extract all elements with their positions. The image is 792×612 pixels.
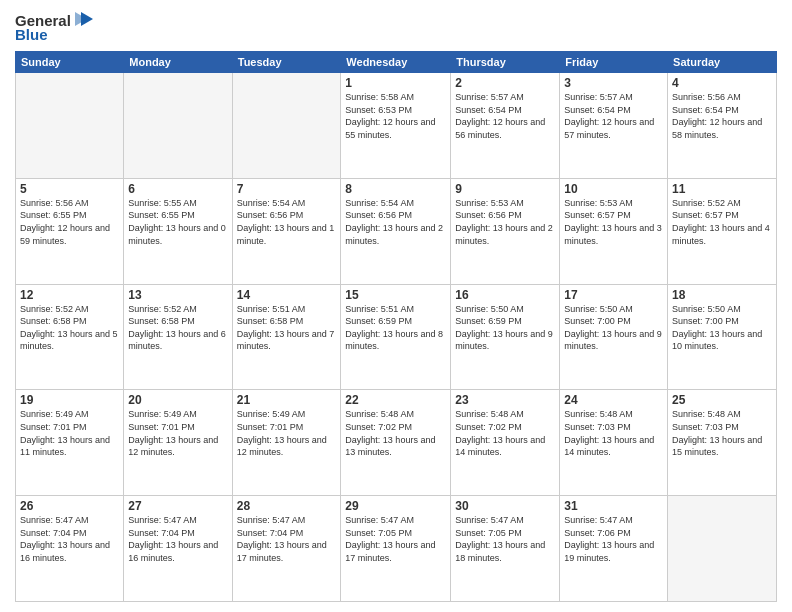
day-cell — [124, 73, 232, 179]
day-cell: 29Sunrise: 5:47 AMSunset: 7:05 PMDayligh… — [341, 496, 451, 602]
day-info: Sunrise: 5:49 AMSunset: 7:01 PMDaylight:… — [128, 408, 227, 458]
day-cell: 30Sunrise: 5:47 AMSunset: 7:05 PMDayligh… — [451, 496, 560, 602]
page: General Blue SundayMondayTuesdayWednesda… — [0, 0, 792, 612]
logo-icon — [73, 8, 95, 30]
day-cell: 12Sunrise: 5:52 AMSunset: 6:58 PMDayligh… — [16, 284, 124, 390]
day-info: Sunrise: 5:47 AMSunset: 7:06 PMDaylight:… — [564, 514, 663, 564]
day-number: 18 — [672, 288, 772, 302]
day-number: 4 — [672, 76, 772, 90]
day-info: Sunrise: 5:49 AMSunset: 7:01 PMDaylight:… — [20, 408, 119, 458]
day-number: 12 — [20, 288, 119, 302]
day-number: 7 — [237, 182, 337, 196]
day-info: Sunrise: 5:50 AMSunset: 6:59 PMDaylight:… — [455, 303, 555, 353]
day-info: Sunrise: 5:48 AMSunset: 7:02 PMDaylight:… — [455, 408, 555, 458]
day-cell: 5Sunrise: 5:56 AMSunset: 6:55 PMDaylight… — [16, 178, 124, 284]
day-cell: 31Sunrise: 5:47 AMSunset: 7:06 PMDayligh… — [560, 496, 668, 602]
column-header-sunday: Sunday — [16, 52, 124, 73]
day-info: Sunrise: 5:47 AMSunset: 7:04 PMDaylight:… — [128, 514, 227, 564]
day-cell: 19Sunrise: 5:49 AMSunset: 7:01 PMDayligh… — [16, 390, 124, 496]
day-cell — [232, 73, 341, 179]
day-number: 29 — [345, 499, 446, 513]
day-info: Sunrise: 5:57 AMSunset: 6:54 PMDaylight:… — [564, 91, 663, 141]
week-row-5: 26Sunrise: 5:47 AMSunset: 7:04 PMDayligh… — [16, 496, 777, 602]
day-number: 20 — [128, 393, 227, 407]
day-number: 27 — [128, 499, 227, 513]
day-number: 9 — [455, 182, 555, 196]
week-row-1: 1Sunrise: 5:58 AMSunset: 6:53 PMDaylight… — [16, 73, 777, 179]
day-number: 13 — [128, 288, 227, 302]
day-number: 25 — [672, 393, 772, 407]
day-cell: 20Sunrise: 5:49 AMSunset: 7:01 PMDayligh… — [124, 390, 232, 496]
day-info: Sunrise: 5:51 AMSunset: 6:58 PMDaylight:… — [237, 303, 337, 353]
day-number: 30 — [455, 499, 555, 513]
day-info: Sunrise: 5:48 AMSunset: 7:03 PMDaylight:… — [564, 408, 663, 458]
day-number: 14 — [237, 288, 337, 302]
day-info: Sunrise: 5:54 AMSunset: 6:56 PMDaylight:… — [345, 197, 446, 247]
day-cell: 4Sunrise: 5:56 AMSunset: 6:54 PMDaylight… — [668, 73, 777, 179]
day-info: Sunrise: 5:48 AMSunset: 7:02 PMDaylight:… — [345, 408, 446, 458]
day-cell: 8Sunrise: 5:54 AMSunset: 6:56 PMDaylight… — [341, 178, 451, 284]
day-info: Sunrise: 5:57 AMSunset: 6:54 PMDaylight:… — [455, 91, 555, 141]
day-number: 28 — [237, 499, 337, 513]
day-number: 17 — [564, 288, 663, 302]
column-header-friday: Friday — [560, 52, 668, 73]
day-cell: 13Sunrise: 5:52 AMSunset: 6:58 PMDayligh… — [124, 284, 232, 390]
day-number: 23 — [455, 393, 555, 407]
day-cell: 25Sunrise: 5:48 AMSunset: 7:03 PMDayligh… — [668, 390, 777, 496]
day-info: Sunrise: 5:54 AMSunset: 6:56 PMDaylight:… — [237, 197, 337, 247]
day-number: 5 — [20, 182, 119, 196]
week-row-2: 5Sunrise: 5:56 AMSunset: 6:55 PMDaylight… — [16, 178, 777, 284]
day-number: 22 — [345, 393, 446, 407]
logo-blue: Blue — [15, 26, 48, 43]
day-info: Sunrise: 5:50 AMSunset: 7:00 PMDaylight:… — [672, 303, 772, 353]
day-number: 24 — [564, 393, 663, 407]
day-info: Sunrise: 5:47 AMSunset: 7:04 PMDaylight:… — [20, 514, 119, 564]
day-cell: 28Sunrise: 5:47 AMSunset: 7:04 PMDayligh… — [232, 496, 341, 602]
calendar-table: SundayMondayTuesdayWednesdayThursdayFrid… — [15, 51, 777, 602]
day-info: Sunrise: 5:52 AMSunset: 6:57 PMDaylight:… — [672, 197, 772, 247]
day-info: Sunrise: 5:51 AMSunset: 6:59 PMDaylight:… — [345, 303, 446, 353]
header-row: SundayMondayTuesdayWednesdayThursdayFrid… — [16, 52, 777, 73]
day-number: 26 — [20, 499, 119, 513]
day-cell: 27Sunrise: 5:47 AMSunset: 7:04 PMDayligh… — [124, 496, 232, 602]
logo: General Blue — [15, 10, 95, 43]
day-info: Sunrise: 5:55 AMSunset: 6:55 PMDaylight:… — [128, 197, 227, 247]
day-cell — [16, 73, 124, 179]
day-cell — [668, 496, 777, 602]
day-number: 16 — [455, 288, 555, 302]
day-cell: 24Sunrise: 5:48 AMSunset: 7:03 PMDayligh… — [560, 390, 668, 496]
day-info: Sunrise: 5:53 AMSunset: 6:57 PMDaylight:… — [564, 197, 663, 247]
week-row-4: 19Sunrise: 5:49 AMSunset: 7:01 PMDayligh… — [16, 390, 777, 496]
day-info: Sunrise: 5:48 AMSunset: 7:03 PMDaylight:… — [672, 408, 772, 458]
day-info: Sunrise: 5:49 AMSunset: 7:01 PMDaylight:… — [237, 408, 337, 458]
day-cell: 23Sunrise: 5:48 AMSunset: 7:02 PMDayligh… — [451, 390, 560, 496]
day-info: Sunrise: 5:53 AMSunset: 6:56 PMDaylight:… — [455, 197, 555, 247]
day-number: 8 — [345, 182, 446, 196]
day-number: 11 — [672, 182, 772, 196]
day-info: Sunrise: 5:56 AMSunset: 6:54 PMDaylight:… — [672, 91, 772, 141]
day-number: 15 — [345, 288, 446, 302]
day-cell: 2Sunrise: 5:57 AMSunset: 6:54 PMDaylight… — [451, 73, 560, 179]
day-info: Sunrise: 5:52 AMSunset: 6:58 PMDaylight:… — [20, 303, 119, 353]
day-number: 10 — [564, 182, 663, 196]
day-info: Sunrise: 5:47 AMSunset: 7:04 PMDaylight:… — [237, 514, 337, 564]
day-info: Sunrise: 5:47 AMSunset: 7:05 PMDaylight:… — [345, 514, 446, 564]
column-header-monday: Monday — [124, 52, 232, 73]
column-header-wednesday: Wednesday — [341, 52, 451, 73]
day-cell: 16Sunrise: 5:50 AMSunset: 6:59 PMDayligh… — [451, 284, 560, 390]
day-cell: 18Sunrise: 5:50 AMSunset: 7:00 PMDayligh… — [668, 284, 777, 390]
day-cell: 17Sunrise: 5:50 AMSunset: 7:00 PMDayligh… — [560, 284, 668, 390]
day-cell: 3Sunrise: 5:57 AMSunset: 6:54 PMDaylight… — [560, 73, 668, 179]
day-info: Sunrise: 5:47 AMSunset: 7:05 PMDaylight:… — [455, 514, 555, 564]
day-cell: 15Sunrise: 5:51 AMSunset: 6:59 PMDayligh… — [341, 284, 451, 390]
day-number: 19 — [20, 393, 119, 407]
day-number: 6 — [128, 182, 227, 196]
day-cell: 9Sunrise: 5:53 AMSunset: 6:56 PMDaylight… — [451, 178, 560, 284]
day-number: 31 — [564, 499, 663, 513]
column-header-saturday: Saturday — [668, 52, 777, 73]
day-info: Sunrise: 5:52 AMSunset: 6:58 PMDaylight:… — [128, 303, 227, 353]
day-cell: 6Sunrise: 5:55 AMSunset: 6:55 PMDaylight… — [124, 178, 232, 284]
column-header-tuesday: Tuesday — [232, 52, 341, 73]
week-row-3: 12Sunrise: 5:52 AMSunset: 6:58 PMDayligh… — [16, 284, 777, 390]
day-number: 21 — [237, 393, 337, 407]
